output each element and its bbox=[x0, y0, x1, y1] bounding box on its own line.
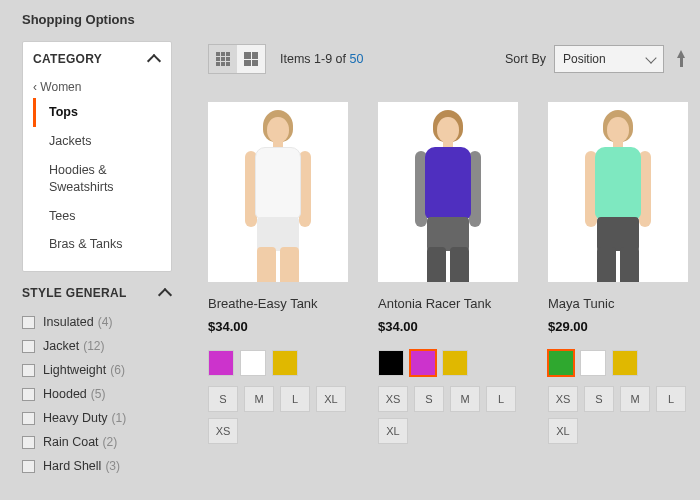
checkbox-icon bbox=[22, 412, 35, 425]
facet-label: Lightweight bbox=[43, 363, 106, 377]
size-option[interactable]: XS bbox=[208, 418, 238, 444]
style-section-header[interactable]: STYLE GENERAL bbox=[22, 286, 172, 300]
sort-select[interactable]: Position bbox=[554, 45, 664, 73]
product-image[interactable] bbox=[378, 102, 518, 282]
view-mode-switcher bbox=[208, 44, 266, 74]
size-options: XSSMLXL bbox=[548, 386, 688, 444]
chevron-up-icon bbox=[158, 288, 172, 302]
facet-row[interactable]: Insulated(4) bbox=[22, 310, 172, 334]
color-swatch[interactable] bbox=[410, 350, 436, 376]
size-option[interactable]: M bbox=[620, 386, 650, 412]
size-option[interactable]: S bbox=[414, 386, 444, 412]
item-count: Items 1-9 of 50 bbox=[280, 52, 363, 66]
shopping-options-title: Shopping Options bbox=[22, 12, 172, 27]
category-item[interactable]: Jackets bbox=[33, 127, 161, 156]
facet-row[interactable]: Hard Shell(3) bbox=[22, 454, 172, 478]
list-view-button[interactable] bbox=[237, 45, 265, 73]
category-item[interactable]: Tees bbox=[33, 202, 161, 231]
size-option[interactable]: XL bbox=[548, 418, 578, 444]
category-section-header[interactable]: CATEGORY bbox=[33, 52, 161, 66]
facet-label: Insulated bbox=[43, 315, 94, 329]
color-swatch[interactable] bbox=[378, 350, 404, 376]
category-item[interactable]: Tops bbox=[33, 98, 161, 127]
style-section-label: STYLE GENERAL bbox=[22, 286, 127, 300]
category-filter-card: CATEGORY Women TopsJacketsHoodies & Swea… bbox=[22, 41, 172, 272]
color-swatch[interactable] bbox=[442, 350, 468, 376]
facet-count: (4) bbox=[98, 315, 113, 329]
product-name[interactable]: Maya Tunic bbox=[548, 296, 688, 311]
product-price: $29.00 bbox=[548, 319, 688, 334]
item-count-total: 50 bbox=[349, 52, 363, 66]
size-option[interactable]: S bbox=[208, 386, 238, 412]
style-facet-list: Insulated(4)Jacket(12)Lightweight(6)Hood… bbox=[22, 310, 172, 478]
size-option[interactable]: XS bbox=[548, 386, 578, 412]
category-list: Women TopsJacketsHoodies & SweatshirtsTe… bbox=[33, 76, 161, 259]
facet-count: (1) bbox=[112, 411, 127, 425]
facet-row[interactable]: Jacket(12) bbox=[22, 334, 172, 358]
checkbox-icon bbox=[22, 436, 35, 449]
checkbox-icon bbox=[22, 364, 35, 377]
color-swatch[interactable] bbox=[240, 350, 266, 376]
facet-count: (6) bbox=[110, 363, 125, 377]
product-card: Breathe-Easy Tank$34.00SMLXLXS bbox=[208, 102, 348, 444]
color-swatch[interactable] bbox=[208, 350, 234, 376]
sort-direction-button[interactable] bbox=[674, 50, 688, 68]
color-swatch[interactable] bbox=[272, 350, 298, 376]
checkbox-icon bbox=[22, 340, 35, 353]
facet-label: Hooded bbox=[43, 387, 87, 401]
grid-view-button[interactable] bbox=[209, 45, 237, 73]
size-option[interactable]: XS bbox=[378, 386, 408, 412]
facet-row[interactable]: Heavy Duty(1) bbox=[22, 406, 172, 430]
facet-count: (2) bbox=[103, 435, 118, 449]
toolbar: Items 1-9 of 50 Sort By Position bbox=[208, 44, 688, 74]
size-option[interactable]: L bbox=[280, 386, 310, 412]
product-name[interactable]: Breathe-Easy Tank bbox=[208, 296, 348, 311]
size-option[interactable]: L bbox=[486, 386, 516, 412]
product-name[interactable]: Antonia Racer Tank bbox=[378, 296, 518, 311]
product-grid: Breathe-Easy Tank$34.00SMLXLXSAntonia Ra… bbox=[208, 102, 688, 444]
item-count-text: Items 1-9 of bbox=[280, 52, 349, 66]
grid-icon bbox=[216, 52, 230, 66]
size-options: XSSMLXL bbox=[378, 386, 518, 444]
facet-label: Jacket bbox=[43, 339, 79, 353]
color-swatches bbox=[548, 350, 688, 376]
facet-row[interactable]: Rain Coat(2) bbox=[22, 430, 172, 454]
size-option[interactable]: M bbox=[244, 386, 274, 412]
size-option[interactable]: XL bbox=[378, 418, 408, 444]
product-image[interactable] bbox=[548, 102, 688, 282]
size-option[interactable]: M bbox=[450, 386, 480, 412]
category-section-label: CATEGORY bbox=[33, 52, 102, 66]
color-swatch[interactable] bbox=[612, 350, 638, 376]
color-swatches bbox=[208, 350, 348, 376]
product-image[interactable] bbox=[208, 102, 348, 282]
color-swatches bbox=[378, 350, 518, 376]
category-back-link[interactable]: Women bbox=[33, 76, 161, 98]
facet-count: (5) bbox=[91, 387, 106, 401]
sort-select-value: Position bbox=[563, 52, 606, 66]
color-swatch[interactable] bbox=[580, 350, 606, 376]
chevron-up-icon bbox=[147, 54, 161, 68]
checkbox-icon bbox=[22, 316, 35, 329]
facet-label: Heavy Duty bbox=[43, 411, 108, 425]
color-swatch[interactable] bbox=[548, 350, 574, 376]
facet-row[interactable]: Hooded(5) bbox=[22, 382, 172, 406]
size-options: SMLXLXS bbox=[208, 386, 348, 444]
category-item[interactable]: Hoodies & Sweatshirts bbox=[33, 156, 161, 202]
checkbox-icon bbox=[22, 460, 35, 473]
category-item[interactable]: Bras & Tanks bbox=[33, 230, 161, 259]
facet-label: Rain Coat bbox=[43, 435, 99, 449]
size-option[interactable]: XL bbox=[316, 386, 346, 412]
facet-row[interactable]: Lightweight(6) bbox=[22, 358, 172, 382]
list-icon bbox=[244, 52, 258, 66]
sort-by-label: Sort By bbox=[505, 52, 546, 66]
product-card: Maya Tunic$29.00XSSMLXL bbox=[548, 102, 688, 444]
size-option[interactable]: L bbox=[656, 386, 686, 412]
size-option[interactable]: S bbox=[584, 386, 614, 412]
chevron-down-icon bbox=[645, 52, 656, 63]
facet-count: (12) bbox=[83, 339, 104, 353]
product-card: Antonia Racer Tank$34.00XSSMLXL bbox=[378, 102, 518, 444]
product-price: $34.00 bbox=[378, 319, 518, 334]
checkbox-icon bbox=[22, 388, 35, 401]
product-price: $34.00 bbox=[208, 319, 348, 334]
facet-count: (3) bbox=[105, 459, 120, 473]
